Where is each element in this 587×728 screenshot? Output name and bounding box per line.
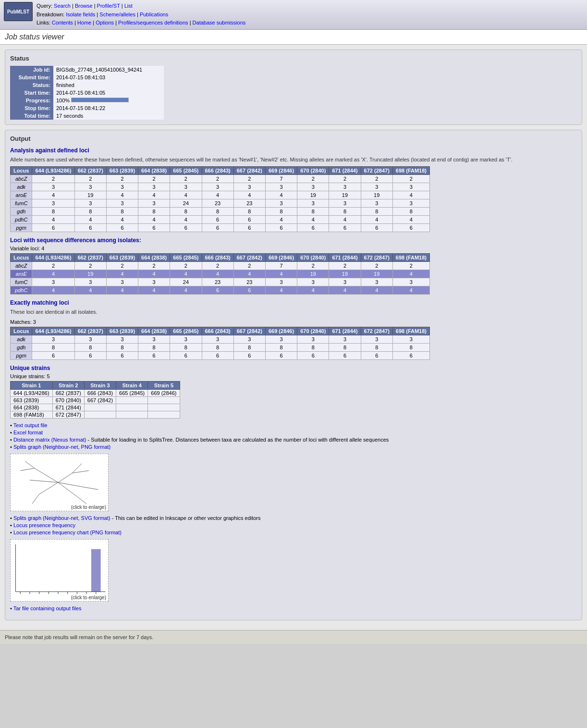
header: PubMLST Query: Search | Browse | Profile… [0,0,587,30]
start-time-value: 2014-07-15 08:41:05 [53,89,164,97]
table-header: 667 (2842) [233,327,265,335]
table-row: fumC333324232333333 [11,199,430,208]
table-header: 662 (2837) [74,167,106,175]
list-link[interactable]: List [124,3,133,9]
table-cell: 3 [392,183,429,191]
table-cell: 3 [32,183,74,191]
browse-link[interactable]: Browse [75,3,93,9]
table-header: 644 (L93/4286) [32,327,74,335]
table-cell: 3 [106,199,138,208]
table-cell: 3 [233,183,265,191]
profiles-sequences-link[interactable]: Profiles/sequences definitions [118,20,188,25]
status-value: finished [53,81,164,89]
table-cell: 3 [297,199,329,208]
table-cell: 6 [170,224,202,232]
isolate-fields-link[interactable]: Isolate fields [66,12,95,17]
total-time-value: 17 seconds [53,112,164,120]
table-header: 672 (2847) [361,254,392,262]
table-cell: 8 [297,343,329,351]
frequency-chart-png[interactable]: (click to enlarge) [10,539,109,602]
publications-link[interactable]: Publications [140,12,168,17]
strain-cell: 670 (2840) [52,396,84,404]
table-cell: 4 [392,191,429,199]
options-link[interactable]: Options [96,20,114,25]
table-cell: 4 [265,270,297,278]
strain-cell: 669 (2846) [148,389,180,396]
table-cell: 6 [106,224,138,232]
table-cell: 8 [361,343,392,351]
table-cell: abcZ [11,175,32,183]
table-cell: 8 [297,208,329,216]
output-link[interactable]: Locus presence frequency chart (PNG form… [13,530,122,535]
table-cell: 2 [233,262,265,270]
strain-table: Strain 1Strain 2Strain 3Strain 4Strain 5… [10,381,180,419]
strain-cell [116,411,148,418]
table-header: 698 (FAM18) [392,167,429,175]
table-cell: pdhC [11,216,32,224]
output-link-item: Distance matrix (Nexus format) - Suitabl… [10,437,577,443]
contents-link[interactable]: Contents [52,20,73,25]
home-link[interactable]: Home [77,20,91,25]
table-header: 672 (2847) [361,167,392,175]
table-cell: 24 [170,278,202,286]
output-link[interactable]: Splits graph (Neighbour-net, SVG format) [13,515,110,521]
table-cell: 8 [392,208,429,216]
database-submissions-link[interactable]: Database submissions [193,20,246,25]
splits-graph-png[interactable]: (click to enlarge) [10,454,109,511]
table-cell: 2 [74,262,106,270]
output-link[interactable]: Text output file [13,422,48,428]
strain-cell [84,404,116,411]
table-cell: 2 [106,262,138,270]
table-cell: 6 [265,224,297,232]
strain-cell: 671 (2844) [52,404,84,411]
svg-rect-15 [91,549,101,592]
table-row: pgm666666666666 [11,351,430,359]
output-section-title: Output [10,135,577,142]
table-cell: 6 [361,224,392,232]
output-link[interactable]: Tar file containing output files [13,605,82,611]
table-row: gdh888888888888 [11,343,430,351]
table-header: 698 (FAM18) [392,254,429,262]
exact-match-title: Exactly matching loci [10,299,577,306]
output-link[interactable]: Locus presence frequency [13,522,75,528]
strain-row: 664 (2838)671 (2844) [11,404,180,411]
pubmlst-logo: PubMLST [4,2,33,21]
table-row: abcZ222222272222 [11,175,430,183]
table-header: 669 (2846) [265,254,297,262]
exact-match-info: These loci are identical in all isolates… [10,308,577,316]
scheme-alleles-link[interactable]: Scheme/alleles [99,12,135,17]
table-cell: 4 [297,216,329,224]
links-label: Links: [37,20,50,25]
strain-header: Strain 5 [148,381,180,389]
table-cell: 3 [74,278,106,286]
table-cell: 3 [361,199,392,208]
output-link[interactable]: Splits graph (Neighbour-net, PNG format) [13,444,110,450]
table-cell: 3 [74,199,106,208]
table-cell: 2 [297,262,329,270]
table-cell: 3 [265,278,297,286]
table-cell: 4 [202,191,233,199]
table-cell: 3 [392,199,429,208]
table-cell: 4 [170,191,202,199]
search-link[interactable]: Search [54,3,71,9]
output-link[interactable]: Excel format [13,430,43,435]
table-cell: 3 [74,183,106,191]
profile-st-link[interactable]: Profile/ST [97,3,120,9]
table-header: 671 (2844) [329,254,361,262]
table-cell: 6 [233,351,265,359]
table-cell: 2 [297,175,329,183]
table-cell: 2 [392,175,429,183]
strain-row: 698 (FAM18)672 (2847) [11,411,180,418]
table-header: 665 (2845) [170,167,202,175]
table-cell: 6 [233,224,265,232]
table-row: pdhC444446644444 [11,286,430,295]
table-cell: 4 [170,270,202,278]
table-cell: 3 [265,199,297,208]
output-link-item: Excel format [10,430,577,435]
table-cell: 6 [202,286,233,295]
table-cell: adk [11,183,32,191]
table-cell: 4 [138,216,170,224]
table-cell: 4 [361,286,392,295]
output-links-list: Text output fileExcel formatDistance mat… [10,422,577,450]
output-link[interactable]: Distance matrix (Nexus format) [13,437,86,443]
